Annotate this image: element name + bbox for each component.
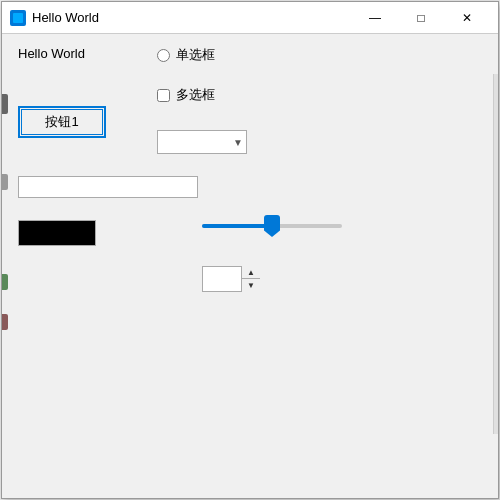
checkbox-input[interactable] <box>157 89 170 102</box>
app-icon-inner <box>13 13 23 23</box>
scrollbar-area <box>493 74 498 434</box>
checkbox-label: 多选框 <box>176 86 215 104</box>
radio-group: 单选框 <box>157 46 215 64</box>
spinbox-up-button[interactable]: ▲ <box>242 266 260 279</box>
color-picker-box[interactable] <box>18 220 96 246</box>
spinbox-down-button[interactable]: ▼ <box>242 279 260 292</box>
dropdown-select[interactable]: 选项1 选项2 选项3 <box>157 130 247 154</box>
dropdown-container: 选项1 选项2 选项3 ▼ <box>157 130 247 154</box>
minimize-button[interactable]: — <box>352 2 398 34</box>
spinbox-buttons: ▲ ▼ <box>241 266 260 292</box>
spinbox-input[interactable]: 0 <box>203 267 241 291</box>
maximize-button[interactable]: □ <box>398 2 444 34</box>
app-icon <box>10 10 26 26</box>
slider-thumb[interactable] <box>264 215 280 237</box>
hello-label: Hello World <box>18 46 85 61</box>
window-controls: — □ ✕ <box>352 2 490 34</box>
main-window: Hello World — □ ✕ Hello World 单选框 按钮1 多选… <box>1 1 499 499</box>
slider-track[interactable] <box>202 224 342 228</box>
spinbox-container: 0 ▲ ▼ <box>202 266 260 292</box>
radio-input[interactable] <box>157 49 170 62</box>
dropdown-wrapper: 选项1 选项2 选项3 ▼ <box>157 130 247 154</box>
slider-container <box>202 224 342 228</box>
button1[interactable]: 按钮1 <box>18 106 106 138</box>
left-accent-bar-3 <box>2 274 8 290</box>
left-accent-bar-2 <box>2 174 8 190</box>
left-accent-bar-1 <box>2 94 8 114</box>
slider-fill <box>202 224 272 228</box>
left-accent-bar-4 <box>2 314 8 330</box>
titlebar: Hello World — □ ✕ <box>2 2 498 34</box>
window-title: Hello World <box>32 10 352 25</box>
radio-label: 单选框 <box>176 46 215 64</box>
checkbox-group: 多选框 <box>157 86 215 104</box>
close-button[interactable]: ✕ <box>444 2 490 34</box>
content-area: Hello World 单选框 按钮1 多选框 选项1 选项2 选项3 ▼ <box>2 34 498 498</box>
text-input[interactable] <box>18 176 198 198</box>
